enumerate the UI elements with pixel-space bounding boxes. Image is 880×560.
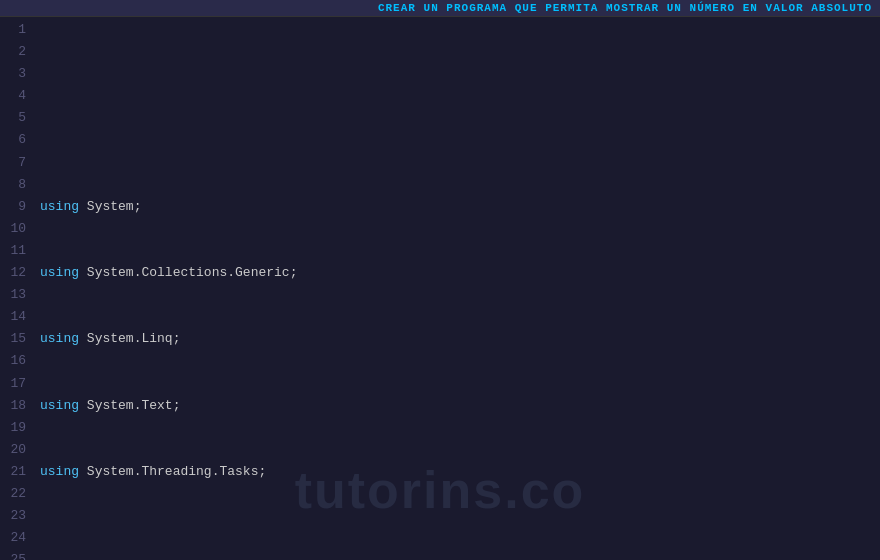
- code-area: 1 2 3 4 5 6 7 8 9 10 11 12 13 14 15 16 1…: [0, 17, 880, 560]
- code-line-5: using System.Linq;: [40, 328, 880, 350]
- title-text: CREAR UN PROGRAMA QUE PERMITA MOSTRAR UN…: [378, 2, 872, 14]
- keyword-using: using: [40, 199, 79, 214]
- code-line-7: using System.Threading.Tasks;: [40, 461, 880, 483]
- code-line-4: using System.Collections.Generic;: [40, 262, 880, 284]
- code-line-6: using System.Text;: [40, 395, 880, 417]
- code-line-8: [40, 527, 880, 549]
- line-numbers: 1 2 3 4 5 6 7 8 9 10 11 12 13 14 15 16 1…: [0, 17, 36, 560]
- title-bar: CREAR UN PROGRAMA QUE PERMITA MOSTRAR UN…: [0, 0, 880, 17]
- code-line-2: [40, 129, 880, 151]
- code-line-3: using System;: [40, 196, 880, 218]
- code-content: using System; using System.Collections.G…: [36, 17, 880, 560]
- code-line-1: [40, 63, 880, 85]
- code-editor: CREAR UN PROGRAMA QUE PERMITA MOSTRAR UN…: [0, 0, 880, 560]
